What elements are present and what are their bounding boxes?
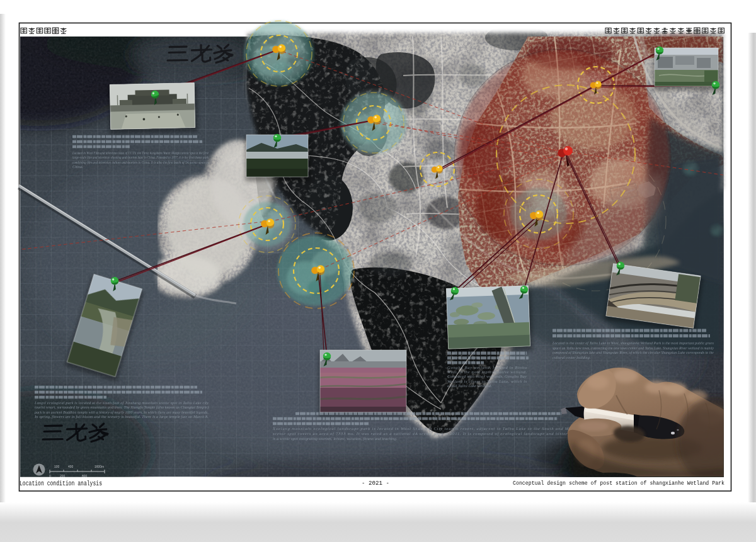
svg-text:200: 200 (60, 474, 66, 478)
svg-text:Gonghu Bay wetland, located in: Gonghu Bay wetland, located in Binhu (447, 365, 527, 370)
svg-text:0: 0 (49, 474, 51, 478)
svg-text:In spring, flowers are in full: In spring, flowers are in full bloom and… (34, 414, 209, 419)
svg-text:Located in Wuxi Film and telev: Located in Wuxi Film and television base… (72, 150, 209, 155)
svg-text:park is an ancient Buddhist te: park is an ancient Buddhist temple with … (34, 410, 209, 414)
svg-text:- 2021 -: - 2021 - (362, 480, 389, 487)
svg-text:Wetland is closer to Taihu Lak: Wetland is closer to Taihu Lake, which i… (447, 379, 527, 383)
svg-text:China.: China. (72, 164, 83, 169)
svg-text:100: 100 (54, 465, 60, 468)
svg-text:space on Taihu new town, conne: space on Taihu new town, connecting the … (553, 346, 714, 350)
svg-text:a real Taihu Lake wetland.: a real Taihu Lake wetland. (447, 383, 492, 388)
svg-text:composed of Shangxian lake and: composed of Shangxian lake and Shangxian… (553, 350, 714, 354)
svg-text:Compared with other wetlands,: Compared with other wetlands, Gonghu Bay (447, 374, 527, 378)
svg-text:large-scale film and televisio: large-scale film and television shooting… (72, 155, 209, 159)
svg-text:1600m: 1600m (94, 465, 104, 468)
svg-text:Conceptual design scheme of po: Conceptual design scheme of post station… (513, 480, 724, 487)
svg-text:Location condition analysis: Location condition analysis (20, 480, 102, 487)
svg-text:is a scenic spot integrating t: is a scenic spot integrating tourism, le… (273, 436, 398, 441)
svg-text:Located in the center of Taihu: Located in the center of Taihu Lake in W… (552, 341, 714, 345)
svg-text:combining film and television: combining film and television culture an… (72, 160, 209, 164)
svg-text:400: 400 (68, 465, 74, 468)
svg-text:800: 800 (82, 474, 88, 478)
svg-text:Wuxi, is the most representati: Wuxi, is the most representative wetland… (447, 370, 527, 374)
svg-text:Longsi ecological park is loca: Longsi ecological park is located at the… (34, 400, 209, 405)
svg-text:cultural center building.: cultural center building. (553, 355, 590, 359)
